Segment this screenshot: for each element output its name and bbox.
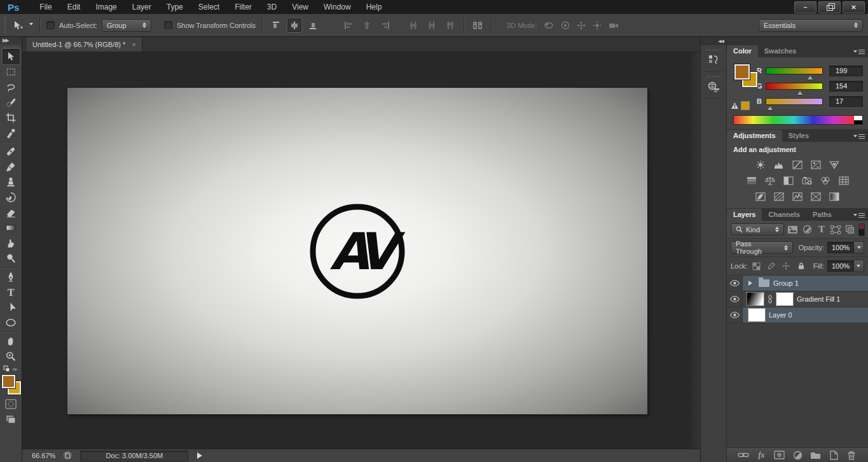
rectangular-marquee-tool[interactable] xyxy=(3,64,20,80)
filter-pixel-layers-icon[interactable] xyxy=(787,224,799,235)
distribute-spacing-button[interactable] xyxy=(471,18,485,32)
color-lookup-adjustment-icon[interactable] xyxy=(837,175,851,186)
align-top-edges-button[interactable] xyxy=(269,18,283,32)
vibrance-adjustment-icon[interactable] xyxy=(827,159,841,170)
menu-item-edit[interactable]: Edit xyxy=(60,0,88,14)
gamut-warning[interactable] xyxy=(731,101,750,110)
move-tool[interactable] xyxy=(3,49,20,64)
tab-layers[interactable]: Layers xyxy=(727,209,762,221)
gamut-color-swatch[interactable] xyxy=(741,101,750,110)
spectrum-bw-swatches[interactable] xyxy=(854,116,862,124)
3d-camera-icon[interactable] xyxy=(608,21,619,30)
screen-mode-button[interactable] xyxy=(3,412,20,427)
smudge-tool[interactable] xyxy=(3,235,20,251)
properties-panel-button[interactable] xyxy=(703,72,724,99)
tab-swatches[interactable]: Swatches xyxy=(758,45,803,57)
crop-tool[interactable] xyxy=(3,110,20,125)
menu-item-help[interactable]: Help xyxy=(359,0,390,14)
work-area[interactable]: AV xyxy=(22,52,701,449)
tools-grip[interactable] xyxy=(4,46,18,48)
channel-slider[interactable] xyxy=(766,67,823,74)
tab-paths[interactable]: Paths xyxy=(806,209,838,221)
filter-type-layers-icon[interactable]: T xyxy=(816,224,827,235)
dodge-tool[interactable] xyxy=(3,251,20,266)
tab-channels[interactable]: Channels xyxy=(762,209,806,221)
filter-kind-dropdown[interactable]: Kind xyxy=(731,223,784,235)
auto-select-dropdown[interactable]: Group xyxy=(102,19,151,32)
channel-value-field[interactable]: 199 xyxy=(829,66,863,76)
levels-adjustment-icon[interactable] xyxy=(772,159,786,170)
group-disclosure-icon[interactable] xyxy=(748,281,755,286)
visibility-toggle[interactable] xyxy=(727,291,743,307)
layer-mask-thumbnail[interactable] xyxy=(776,293,793,305)
menu-item-file[interactable]: File xyxy=(32,0,59,14)
path-selection-tool[interactable] xyxy=(3,300,20,315)
lock-image-pixels-icon[interactable] xyxy=(766,261,777,272)
3d-roll-icon[interactable] xyxy=(560,20,570,31)
menu-item-view[interactable]: View xyxy=(284,0,316,14)
align-left-edges-button[interactable] xyxy=(341,18,355,32)
link-layers-button[interactable] xyxy=(737,450,750,461)
layer-list-empty-space[interactable] xyxy=(727,323,868,447)
options-bar-grip[interactable] xyxy=(4,17,6,34)
layers-panel-menu-icon[interactable] xyxy=(853,212,865,218)
brightness-contrast-adjustment-icon[interactable] xyxy=(754,159,768,170)
foreground-color-swatch[interactable] xyxy=(2,375,15,388)
gradient-map-adjustment-icon[interactable] xyxy=(827,191,841,202)
visibility-toggle[interactable] xyxy=(727,276,743,291)
new-group-button[interactable] xyxy=(809,450,822,461)
layer-name[interactable]: Group 1 xyxy=(773,279,799,287)
3d-slide-icon[interactable] xyxy=(592,20,602,31)
history-panel-button[interactable] xyxy=(703,45,724,72)
auto-select-checkbox[interactable] xyxy=(46,21,55,29)
minimize-button[interactable]: – xyxy=(794,1,816,13)
tool-preset-caret-icon[interactable] xyxy=(29,23,33,27)
fill-value[interactable]: 100% xyxy=(827,260,854,272)
menu-item-3d[interactable]: 3D xyxy=(259,0,284,14)
menu-item-filter[interactable]: Filter xyxy=(227,0,259,14)
menu-item-layer[interactable]: Layer xyxy=(125,0,159,14)
align-horizontal-centers-button[interactable] xyxy=(360,18,374,32)
lasso-tool[interactable] xyxy=(3,80,20,95)
quick-selection-tool[interactable] xyxy=(3,95,20,110)
channel-slider[interactable] xyxy=(766,98,823,105)
add-layer-mask-button[interactable] xyxy=(773,450,786,461)
pen-tool[interactable] xyxy=(3,269,20,284)
layer-row-gradient-fill-1[interactable]: Gradient Fill 1 xyxy=(727,291,868,307)
document-tab[interactable]: Untitled-1 @ 66.7% (RGB/8) * × xyxy=(27,38,142,52)
move-tool-preset-icon[interactable] xyxy=(11,18,25,32)
threshold-adjustment-icon[interactable] xyxy=(790,191,804,202)
filter-smart-objects-icon[interactable] xyxy=(844,224,856,235)
channel-slider[interactable] xyxy=(766,83,823,90)
spectrum-gradient[interactable] xyxy=(734,116,854,124)
clone-stamp-tool[interactable] xyxy=(3,174,20,190)
tab-adjustments[interactable]: Adjustments xyxy=(727,130,782,142)
black-white-adjustment-icon[interactable] xyxy=(782,175,796,186)
zoom-tool[interactable] xyxy=(3,349,20,364)
new-layer-button[interactable] xyxy=(827,450,840,461)
show-transform-checkbox[interactable] xyxy=(164,21,172,29)
photo-filter-adjustment-icon[interactable] xyxy=(800,175,814,186)
slider-thumb-icon[interactable] xyxy=(768,104,773,110)
channel-value-field[interactable]: 154 xyxy=(829,81,863,92)
eyedropper-tool[interactable] xyxy=(3,125,20,141)
distribute-top-edges-button[interactable] xyxy=(406,18,420,32)
eraser-tool[interactable] xyxy=(3,205,20,220)
expand-dock-icon[interactable]: ◀◀ xyxy=(718,39,724,44)
status-options-arrow-icon[interactable] xyxy=(197,452,205,459)
menu-item-window[interactable]: Window xyxy=(316,0,359,14)
menu-item-type[interactable]: Type xyxy=(159,0,191,14)
zoom-level-field[interactable]: 66.67% xyxy=(32,452,55,459)
slider-thumb-icon[interactable] xyxy=(808,73,813,80)
channel-mixer-adjustment-icon[interactable] xyxy=(818,175,832,186)
filter-shape-layers-icon[interactable] xyxy=(830,224,842,235)
type-tool[interactable]: T xyxy=(3,284,20,300)
layer-style-button[interactable]: fx xyxy=(755,450,768,461)
filter-adjustment-layers-icon[interactable] xyxy=(802,224,813,235)
distribute-vertical-centers-button[interactable] xyxy=(425,18,439,32)
ellipse-shape-tool[interactable] xyxy=(3,315,20,330)
3d-drag-icon[interactable] xyxy=(576,20,586,31)
opacity-value[interactable]: 100% xyxy=(827,242,854,253)
align-bottom-edges-button[interactable] xyxy=(306,18,320,32)
delete-layer-button[interactable] xyxy=(845,450,858,461)
